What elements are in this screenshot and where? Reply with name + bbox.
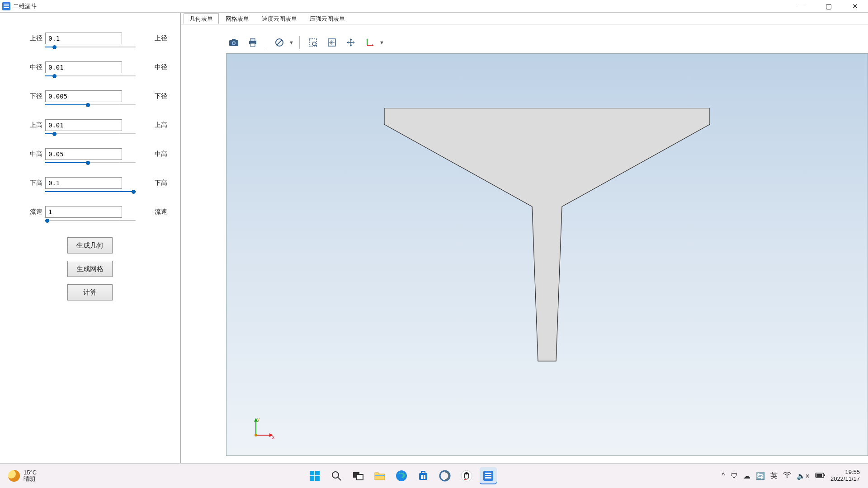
clock-date: 2022/11/17 <box>830 476 860 483</box>
svg-rect-30 <box>357 474 363 480</box>
microsoft-store-button[interactable] <box>415 467 432 484</box>
tray-onedrive-icon[interactable]: ☁ <box>743 472 750 480</box>
svg-point-22 <box>255 434 257 436</box>
svg-point-49 <box>786 477 787 478</box>
weather-icon <box>8 470 20 482</box>
slider-top-radius[interactable] <box>45 45 136 49</box>
funnel-geometry <box>384 108 710 370</box>
minimize-button[interactable]: — <box>789 0 816 13</box>
camera-icon[interactable] <box>226 35 241 50</box>
task-view-button[interactable] <box>349 467 367 484</box>
axis-y-label: y <box>257 417 259 422</box>
volume-icon[interactable]: 🔈× <box>797 472 810 480</box>
system-clock[interactable]: 19:55 2022/11/17 <box>830 469 860 483</box>
input-mid-height[interactable] <box>45 148 122 160</box>
tray-sync-icon[interactable]: 🔄 <box>756 472 765 480</box>
svg-point-42 <box>465 474 468 479</box>
box-select-icon[interactable] <box>305 35 321 50</box>
label-bot-height-left: 下高 <box>30 179 45 187</box>
weather-widget[interactable]: 15°C 晴朗 <box>0 469 81 483</box>
svg-marker-14 <box>366 38 368 40</box>
reset-view-icon[interactable] <box>343 35 359 50</box>
slider-flow-speed[interactable] <box>45 218 136 223</box>
clear-dropdown-icon[interactable]: ▼ <box>289 40 294 45</box>
tab-velocity[interactable]: 速度云图表单 <box>256 13 303 24</box>
clear-icon[interactable] <box>272 35 287 50</box>
axis-indicator: y x <box>251 417 276 440</box>
ime-indicator[interactable]: 英 <box>770 471 778 481</box>
svg-point-44 <box>467 474 468 475</box>
compute-button[interactable]: 计算 <box>67 284 113 300</box>
label-top-radius-left: 上径 <box>30 34 45 42</box>
clock-time: 19:55 <box>830 469 860 476</box>
label-bot-radius-right: 下径 <box>155 92 167 100</box>
start-button[interactable] <box>306 467 323 484</box>
axis-menu-icon[interactable] <box>362 35 377 50</box>
print-icon[interactable] <box>245 35 260 50</box>
close-button[interactable]: ✕ <box>842 0 868 13</box>
generate-geometry-button[interactable]: 生成几何 <box>67 237 113 253</box>
search-button[interactable] <box>328 467 345 484</box>
label-bot-height-right: 下高 <box>155 179 167 187</box>
svg-point-10 <box>312 42 316 46</box>
app-icon-swirl[interactable] <box>436 467 453 484</box>
parameters-panel: 上径 上径 中径 中径 下径 下径 上高 上高 <box>0 13 181 463</box>
viewport-toolbar: ▼ ▼ <box>226 33 868 52</box>
geometry-viewport[interactable]: y x <box>226 53 868 456</box>
slider-mid-radius[interactable] <box>45 74 136 78</box>
slider-top-height[interactable] <box>45 131 136 136</box>
svg-point-43 <box>465 474 466 475</box>
label-flow-speed-right: 流速 <box>155 208 167 216</box>
tab-geometry[interactable]: 几何表单 <box>184 13 219 24</box>
label-flow-speed-left: 流速 <box>30 208 45 216</box>
axis-dropdown-icon[interactable]: ▼ <box>379 40 384 45</box>
svg-marker-16 <box>372 44 374 46</box>
maximize-button[interactable]: ▢ <box>816 0 842 13</box>
svg-rect-26 <box>315 476 320 481</box>
wifi-icon[interactable] <box>783 472 791 480</box>
weather-temperature: 15°C <box>24 469 37 476</box>
svg-rect-23 <box>310 471 314 475</box>
tray-security-icon[interactable]: 🛡 <box>731 472 738 480</box>
input-bot-height[interactable] <box>45 177 122 189</box>
label-bot-radius-left: 下径 <box>30 92 45 100</box>
battery-icon[interactable] <box>815 472 825 480</box>
svg-rect-36 <box>424 475 425 477</box>
svg-rect-52 <box>816 474 822 477</box>
svg-rect-47 <box>485 475 491 476</box>
svg-rect-38 <box>424 477 425 479</box>
axis-x-label: x <box>272 435 274 440</box>
svg-rect-37 <box>421 477 423 479</box>
tray-overflow-icon[interactable]: ^ <box>722 472 725 480</box>
current-app-button[interactable] <box>480 467 497 484</box>
edge-browser-button[interactable] <box>393 467 410 484</box>
label-mid-height-right: 中高 <box>155 150 167 158</box>
tab-pressure[interactable]: 压强云图表单 <box>304 13 351 24</box>
svg-rect-34 <box>421 471 425 474</box>
slider-mid-height[interactable] <box>45 160 136 165</box>
input-mid-radius[interactable] <box>45 61 122 73</box>
window-titlebar: 二维漏斗 — ▢ ✕ <box>0 0 868 13</box>
svg-rect-35 <box>421 475 423 477</box>
label-mid-radius-right: 中径 <box>155 63 167 71</box>
input-top-height[interactable] <box>45 119 122 131</box>
input-top-radius[interactable] <box>45 33 122 44</box>
svg-rect-1 <box>232 39 236 41</box>
generate-mesh-button[interactable]: 生成网格 <box>67 261 113 277</box>
window-title: 二维漏斗 <box>13 2 37 10</box>
slider-bot-height[interactable] <box>45 189 136 194</box>
svg-point-27 <box>332 472 339 478</box>
file-explorer-button[interactable] <box>371 467 388 484</box>
svg-rect-31 <box>375 475 385 476</box>
input-flow-speed[interactable] <box>45 206 122 218</box>
form-tab-bar: 几何表单 网格表单 速度云图表单 压强云图表单 <box>181 13 868 24</box>
app-icon-penguin[interactable] <box>458 467 475 484</box>
fit-icon[interactable] <box>324 35 340 50</box>
slider-bot-radius[interactable] <box>45 103 136 107</box>
weather-description: 晴朗 <box>24 476 37 482</box>
tab-mesh[interactable]: 网格表单 <box>220 13 255 24</box>
svg-line-28 <box>338 477 341 480</box>
input-bot-radius[interactable] <box>45 90 122 102</box>
label-top-radius-right: 上径 <box>155 34 167 42</box>
svg-rect-51 <box>824 474 825 476</box>
